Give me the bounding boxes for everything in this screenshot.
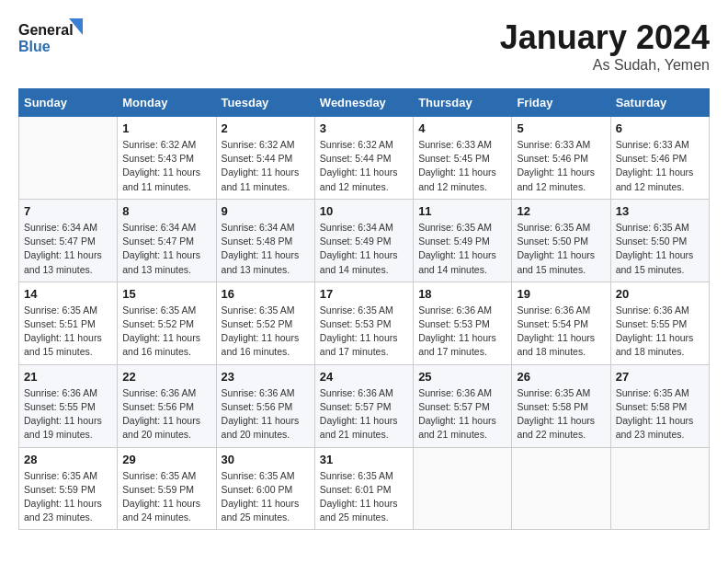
day-number: 22 [122, 370, 210, 384]
day-info: Sunrise: 6:35 AMSunset: 5:58 PMDaylight:… [517, 386, 605, 442]
day-info: Sunrise: 6:33 AMSunset: 5:46 PMDaylight:… [616, 138, 704, 194]
day-number: 1 [122, 121, 210, 135]
month-title: January 2024 [500, 18, 710, 57]
day-info: Sunrise: 6:35 AMSunset: 6:01 PMDaylight:… [320, 469, 408, 525]
week-row-5: 28Sunrise: 6:35 AMSunset: 5:59 PMDayligh… [19, 447, 710, 530]
table-cell: 22Sunrise: 6:36 AMSunset: 5:56 PMDayligh… [118, 364, 216, 447]
day-number: 18 [418, 287, 506, 301]
day-number: 26 [517, 370, 605, 384]
day-number: 2 [222, 121, 310, 135]
table-cell: 23Sunrise: 6:36 AMSunset: 5:56 PMDayligh… [216, 364, 314, 447]
day-number: 12 [517, 204, 605, 218]
day-info: Sunrise: 6:35 AMSunset: 5:59 PMDaylight:… [24, 469, 112, 525]
table-cell: 25Sunrise: 6:36 AMSunset: 5:57 PMDayligh… [414, 364, 512, 447]
table-cell: 4Sunrise: 6:33 AMSunset: 5:45 PMDaylight… [414, 117, 512, 200]
table-cell [610, 447, 709, 530]
day-number: 8 [122, 204, 210, 218]
day-number: 13 [616, 204, 704, 218]
table-cell: 13Sunrise: 6:35 AMSunset: 5:50 PMDayligh… [610, 199, 709, 282]
day-number: 30 [222, 453, 310, 466]
day-info: Sunrise: 6:35 AMSunset: 5:58 PMDaylight:… [616, 386, 704, 442]
day-number: 14 [24, 287, 112, 301]
day-info: Sunrise: 6:33 AMSunset: 5:46 PMDaylight:… [517, 138, 605, 194]
title-block: January 2024 As Sudah, Yemen [500, 18, 710, 74]
day-info: Sunrise: 6:35 AMSunset: 5:51 PMDaylight:… [24, 304, 112, 360]
table-cell: 12Sunrise: 6:35 AMSunset: 5:50 PMDayligh… [512, 199, 610, 282]
table-cell: 19Sunrise: 6:36 AMSunset: 5:54 PMDayligh… [512, 282, 610, 364]
day-info: Sunrise: 6:32 AMSunset: 5:43 PMDaylight:… [122, 138, 210, 194]
location: As Sudah, Yemen [500, 57, 710, 74]
table-cell: 14Sunrise: 6:35 AMSunset: 5:51 PMDayligh… [19, 282, 118, 364]
table-cell: 2Sunrise: 6:32 AMSunset: 5:44 PMDaylight… [216, 117, 314, 200]
table-cell [512, 447, 610, 530]
table-cell: 5Sunrise: 6:33 AMSunset: 5:46 PMDaylight… [512, 117, 610, 200]
day-number: 3 [320, 121, 408, 135]
day-info: Sunrise: 6:36 AMSunset: 5:57 PMDaylight:… [418, 386, 506, 442]
col-header-tuesday: Tuesday [216, 89, 314, 117]
day-number: 24 [320, 370, 408, 384]
day-number: 29 [122, 453, 210, 466]
table-cell: 3Sunrise: 6:32 AMSunset: 5:44 PMDaylight… [314, 117, 413, 200]
day-number: 19 [517, 287, 605, 301]
table-cell: 7Sunrise: 6:34 AMSunset: 5:47 PMDaylight… [19, 199, 118, 282]
day-number: 31 [320, 453, 408, 466]
day-number: 21 [24, 370, 112, 384]
table-cell: 20Sunrise: 6:36 AMSunset: 5:55 PMDayligh… [610, 282, 709, 364]
day-info: Sunrise: 6:36 AMSunset: 5:55 PMDaylight:… [24, 386, 112, 442]
table-cell: 10Sunrise: 6:34 AMSunset: 5:49 PMDayligh… [314, 199, 413, 282]
week-row-1: 1Sunrise: 6:32 AMSunset: 5:43 PMDaylight… [19, 117, 710, 200]
day-number: 9 [222, 204, 310, 218]
day-info: Sunrise: 6:32 AMSunset: 5:44 PMDaylight:… [222, 138, 310, 194]
table-cell: 21Sunrise: 6:36 AMSunset: 5:55 PMDayligh… [19, 364, 118, 447]
week-row-2: 7Sunrise: 6:34 AMSunset: 5:47 PMDaylight… [19, 199, 710, 282]
table-cell: 6Sunrise: 6:33 AMSunset: 5:46 PMDaylight… [610, 117, 709, 200]
day-info: Sunrise: 6:35 AMSunset: 5:52 PMDaylight:… [122, 304, 210, 360]
logo-icon: GeneralBlue [18, 18, 83, 57]
day-info: Sunrise: 6:35 AMSunset: 5:49 PMDaylight:… [418, 221, 506, 277]
day-number: 10 [320, 204, 408, 218]
table-cell: 16Sunrise: 6:35 AMSunset: 5:52 PMDayligh… [216, 282, 314, 364]
day-info: Sunrise: 6:35 AMSunset: 5:59 PMDaylight:… [122, 469, 210, 525]
svg-text:General: General [18, 22, 74, 38]
col-header-thursday: Thursday [414, 89, 512, 117]
day-info: Sunrise: 6:35 AMSunset: 5:53 PMDaylight:… [320, 304, 408, 360]
day-number: 4 [418, 121, 506, 135]
table-cell: 27Sunrise: 6:35 AMSunset: 5:58 PMDayligh… [610, 364, 709, 447]
day-number: 16 [222, 287, 310, 301]
table-cell: 15Sunrise: 6:35 AMSunset: 5:52 PMDayligh… [118, 282, 216, 364]
week-row-4: 21Sunrise: 6:36 AMSunset: 5:55 PMDayligh… [19, 364, 710, 447]
col-header-wednesday: Wednesday [314, 89, 413, 117]
day-info: Sunrise: 6:34 AMSunset: 5:47 PMDaylight:… [122, 221, 210, 277]
svg-text:Blue: Blue [18, 39, 51, 54]
calendar-table: SundayMondayTuesdayWednesdayThursdayFrid… [18, 88, 710, 530]
day-info: Sunrise: 6:36 AMSunset: 5:57 PMDaylight:… [320, 386, 408, 442]
day-number: 23 [222, 370, 310, 384]
day-info: Sunrise: 6:36 AMSunset: 5:54 PMDaylight:… [517, 304, 605, 360]
col-header-monday: Monday [118, 89, 216, 117]
day-number: 27 [616, 370, 704, 384]
day-number: 25 [418, 370, 506, 384]
table-cell: 31Sunrise: 6:35 AMSunset: 6:01 PMDayligh… [314, 447, 413, 530]
column-header-row: SundayMondayTuesdayWednesdayThursdayFrid… [19, 89, 710, 117]
day-info: Sunrise: 6:35 AMSunset: 5:50 PMDaylight:… [616, 221, 704, 277]
col-header-friday: Friday [512, 89, 610, 117]
day-number: 6 [616, 121, 704, 135]
week-row-3: 14Sunrise: 6:35 AMSunset: 5:51 PMDayligh… [19, 282, 710, 364]
day-number: 11 [418, 204, 506, 218]
table-cell: 24Sunrise: 6:36 AMSunset: 5:57 PMDayligh… [314, 364, 413, 447]
day-number: 7 [24, 204, 112, 218]
table-cell: 28Sunrise: 6:35 AMSunset: 5:59 PMDayligh… [19, 447, 118, 530]
logo: GeneralBlue [18, 18, 83, 57]
day-number: 15 [122, 287, 210, 301]
day-info: Sunrise: 6:32 AMSunset: 5:44 PMDaylight:… [320, 138, 408, 194]
day-number: 5 [517, 121, 605, 135]
day-info: Sunrise: 6:36 AMSunset: 5:56 PMDaylight:… [222, 386, 310, 442]
table-cell: 26Sunrise: 6:35 AMSunset: 5:58 PMDayligh… [512, 364, 610, 447]
day-info: Sunrise: 6:35 AMSunset: 5:52 PMDaylight:… [222, 304, 310, 360]
day-info: Sunrise: 6:34 AMSunset: 5:48 PMDaylight:… [222, 221, 310, 277]
table-cell: 8Sunrise: 6:34 AMSunset: 5:47 PMDaylight… [118, 199, 216, 282]
day-number: 17 [320, 287, 408, 301]
day-info: Sunrise: 6:35 AMSunset: 5:50 PMDaylight:… [517, 221, 605, 277]
day-info: Sunrise: 6:36 AMSunset: 5:56 PMDaylight:… [122, 386, 210, 442]
day-number: 28 [24, 453, 112, 466]
